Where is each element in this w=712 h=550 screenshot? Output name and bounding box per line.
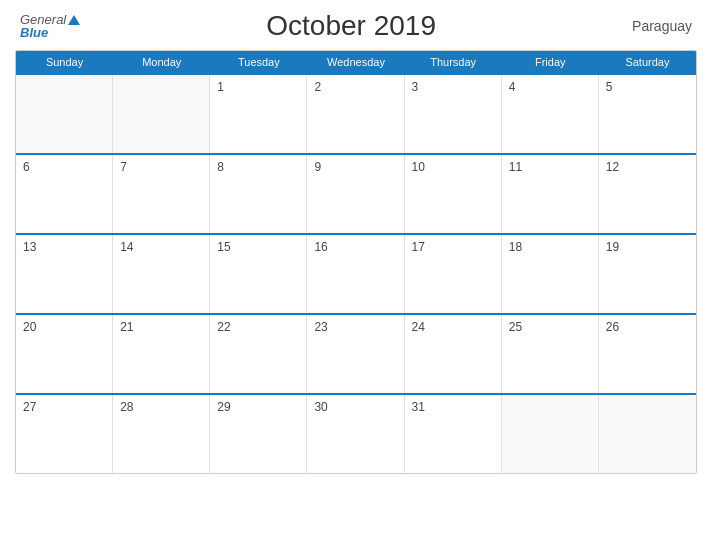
week-row-2: 6789101112 (16, 153, 696, 233)
day-number: 2 (314, 80, 396, 94)
day-cell: 18 (502, 235, 599, 313)
day-header-wednesday: Wednesday (307, 51, 404, 73)
day-number: 19 (606, 240, 689, 254)
day-cell: 26 (599, 315, 696, 393)
day-header-saturday: Saturday (599, 51, 696, 73)
day-number: 29 (217, 400, 299, 414)
day-cell: 19 (599, 235, 696, 313)
day-number: 16 (314, 240, 396, 254)
calendar-title: October 2019 (80, 10, 622, 42)
day-number: 1 (217, 80, 299, 94)
day-number: 21 (120, 320, 202, 334)
calendar-grid: SundayMondayTuesdayWednesdayThursdayFrid… (15, 50, 697, 474)
day-cell: 9 (307, 155, 404, 233)
day-cell (113, 75, 210, 153)
day-cell: 30 (307, 395, 404, 473)
week-row-5: 2728293031 (16, 393, 696, 473)
logo: General Blue (20, 13, 80, 39)
day-cell: 27 (16, 395, 113, 473)
day-number: 8 (217, 160, 299, 174)
day-number: 11 (509, 160, 591, 174)
day-number: 13 (23, 240, 105, 254)
day-cell: 25 (502, 315, 599, 393)
day-number: 7 (120, 160, 202, 174)
day-cell: 21 (113, 315, 210, 393)
day-number: 28 (120, 400, 202, 414)
calendar-header: General Blue October 2019 Paraguay (15, 10, 697, 42)
day-cell: 1 (210, 75, 307, 153)
day-header-sunday: Sunday (16, 51, 113, 73)
day-cell: 23 (307, 315, 404, 393)
day-header-thursday: Thursday (405, 51, 502, 73)
calendar-container: General Blue October 2019 Paraguay Sunda… (0, 0, 712, 550)
day-cell: 4 (502, 75, 599, 153)
day-number: 5 (606, 80, 689, 94)
day-cell: 24 (405, 315, 502, 393)
day-number: 26 (606, 320, 689, 334)
day-cell (16, 75, 113, 153)
day-number: 23 (314, 320, 396, 334)
day-number: 30 (314, 400, 396, 414)
week-row-3: 13141516171819 (16, 233, 696, 313)
day-cell: 2 (307, 75, 404, 153)
country-label: Paraguay (622, 18, 692, 34)
day-cell: 3 (405, 75, 502, 153)
day-number: 25 (509, 320, 591, 334)
day-header-monday: Monday (113, 51, 210, 73)
day-number: 27 (23, 400, 105, 414)
day-number: 3 (412, 80, 494, 94)
day-cell: 16 (307, 235, 404, 313)
day-cell: 10 (405, 155, 502, 233)
day-cell: 5 (599, 75, 696, 153)
week-row-4: 20212223242526 (16, 313, 696, 393)
day-number: 10 (412, 160, 494, 174)
day-cell: 20 (16, 315, 113, 393)
day-header-tuesday: Tuesday (210, 51, 307, 73)
day-cell: 29 (210, 395, 307, 473)
day-number: 12 (606, 160, 689, 174)
day-cell: 8 (210, 155, 307, 233)
day-number: 14 (120, 240, 202, 254)
day-cell: 7 (113, 155, 210, 233)
day-number: 15 (217, 240, 299, 254)
day-cell: 13 (16, 235, 113, 313)
day-cell: 31 (405, 395, 502, 473)
day-number: 18 (509, 240, 591, 254)
day-cell: 22 (210, 315, 307, 393)
day-number: 17 (412, 240, 494, 254)
day-number: 6 (23, 160, 105, 174)
day-cell: 6 (16, 155, 113, 233)
day-headers-row: SundayMondayTuesdayWednesdayThursdayFrid… (16, 51, 696, 73)
day-number: 20 (23, 320, 105, 334)
logo-blue-text: Blue (20, 26, 80, 39)
day-number: 31 (412, 400, 494, 414)
logo-triangle-icon (68, 15, 80, 25)
week-row-1: 12345 (16, 73, 696, 153)
day-cell: 12 (599, 155, 696, 233)
day-cell: 15 (210, 235, 307, 313)
day-number: 9 (314, 160, 396, 174)
calendar-weeks: 1234567891011121314151617181920212223242… (16, 73, 696, 473)
day-number: 24 (412, 320, 494, 334)
day-cell (599, 395, 696, 473)
day-cell (502, 395, 599, 473)
day-number: 22 (217, 320, 299, 334)
day-cell: 14 (113, 235, 210, 313)
day-cell: 11 (502, 155, 599, 233)
day-number: 4 (509, 80, 591, 94)
day-cell: 28 (113, 395, 210, 473)
day-cell: 17 (405, 235, 502, 313)
day-header-friday: Friday (502, 51, 599, 73)
